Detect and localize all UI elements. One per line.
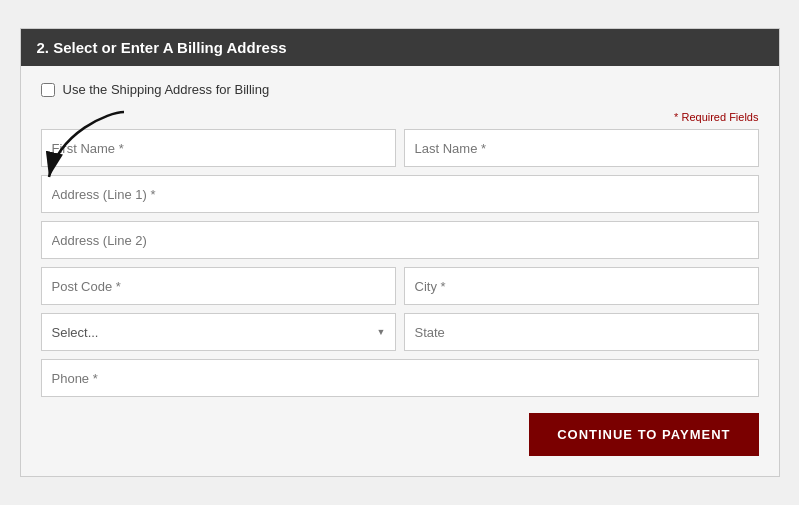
address-line1-row: [41, 175, 759, 213]
city-field: [404, 267, 759, 305]
section-title: 2. Select or Enter A Billing Address: [21, 29, 779, 66]
required-note: * Required Fields: [41, 111, 759, 123]
post-code-input[interactable]: [41, 267, 396, 305]
postcode-city-row: [41, 267, 759, 305]
country-select[interactable]: Select...: [41, 313, 396, 351]
phone-row: [41, 359, 759, 397]
country-state-row: Select...: [41, 313, 759, 351]
country-select-field: Select...: [41, 313, 396, 351]
required-label-text: Required Fields: [681, 111, 758, 123]
select-wrapper: Select...: [41, 313, 396, 351]
billing-address-section: 2. Select or Enter A Billing Address Use…: [20, 28, 780, 477]
state-input[interactable]: [404, 313, 759, 351]
last-name-field: [404, 129, 759, 167]
section-body: Use the Shipping Address for Billing * R…: [21, 66, 779, 476]
state-field: [404, 313, 759, 351]
first-name-input[interactable]: [41, 129, 396, 167]
phone-field: [41, 359, 759, 397]
section-title-text: 2. Select or Enter A Billing Address: [37, 39, 287, 56]
footer-row: CONTINUE TO PAYMENT: [41, 413, 759, 456]
continue-to-payment-button[interactable]: CONTINUE TO PAYMENT: [529, 413, 758, 456]
address-line2-input[interactable]: [41, 221, 759, 259]
phone-input[interactable]: [41, 359, 759, 397]
checkbox-label: Use the Shipping Address for Billing: [63, 82, 270, 97]
name-row: [41, 129, 759, 167]
address-line1-input[interactable]: [41, 175, 759, 213]
required-asterisk: *: [674, 111, 678, 123]
shipping-checkbox-row: Use the Shipping Address for Billing: [41, 82, 759, 97]
post-code-field: [41, 267, 396, 305]
first-name-field: [41, 129, 396, 167]
address-line1-field: [41, 175, 759, 213]
use-shipping-checkbox[interactable]: [41, 83, 55, 97]
city-input[interactable]: [404, 267, 759, 305]
address-line2-row: [41, 221, 759, 259]
address-line2-field: [41, 221, 759, 259]
last-name-input[interactable]: [404, 129, 759, 167]
